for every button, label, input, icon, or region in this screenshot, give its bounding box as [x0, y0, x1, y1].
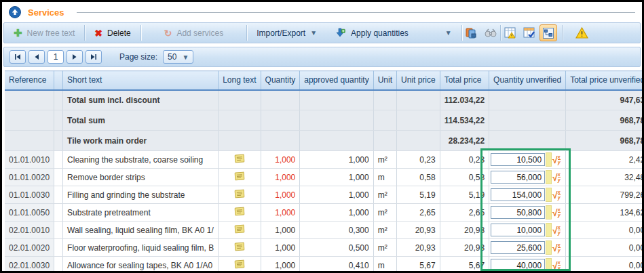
summary-row[interactable]: Total sum114.534,22968,78	[5, 110, 644, 131]
view-grid-check-button[interactable]	[520, 24, 538, 41]
sqrt-xy-icon[interactable]: √xy	[552, 207, 561, 217]
chevron-down-icon[interactable]: ▼	[445, 29, 452, 37]
import-export-button[interactable]: Import/Export ▼	[247, 23, 326, 43]
column-header[interactable]: Unit	[373, 71, 396, 90]
quantity-unverified-input[interactable]	[491, 171, 545, 184]
delete-button[interactable]: ✖ Delete	[85, 23, 140, 43]
unit-price-cell: 5,19	[397, 186, 440, 204]
quantity-unverified-input[interactable]	[491, 224, 545, 236]
services-window: Services ✚ New free text ✖ Delete ↻ Add …	[0, 0, 644, 273]
column-header[interactable]	[54, 71, 63, 90]
column-header[interactable]: Reference	[5, 71, 54, 90]
prev-page-button[interactable]	[29, 50, 45, 64]
apply-quantities-label: Apply quantities	[351, 28, 409, 38]
service-row[interactable]: 02.01.0030Allowance for sealing tapes, B…	[5, 257, 644, 273]
summary-row[interactable]: Total sum incl. discount112.034,22947,63	[5, 90, 644, 110]
next-page-button[interactable]	[67, 50, 83, 64]
quantity-unverified-cell	[489, 131, 566, 151]
note-icon[interactable]	[234, 189, 245, 198]
column-header[interactable]: approved quantity	[300, 71, 373, 90]
apply-quantities-button[interactable]: Apply quantities ▼	[326, 23, 461, 43]
total-price-unverified-cell: 0,00	[566, 239, 644, 257]
copy-structure-button[interactable]	[463, 24, 480, 41]
note-icon[interactable]	[234, 224, 245, 234]
page-size-select[interactable]: 50 ▼	[163, 50, 193, 64]
column-header[interactable]: Unit price	[397, 71, 440, 90]
sqrt-xy-icon[interactable]: √xy	[552, 154, 561, 165]
quantity-unverified-input[interactable]	[491, 188, 545, 201]
spacer-cell	[54, 222, 63, 239]
column-header[interactable]: Total price unverified	[566, 71, 644, 90]
quantity-cell: 1,000	[261, 257, 300, 273]
quantity-unverified-input[interactable]	[491, 206, 545, 219]
reference-cell	[5, 110, 54, 131]
sqrt-xy-icon[interactable]: √xy	[552, 190, 561, 200]
long-text-cell[interactable]	[219, 169, 261, 186]
quantity-cell: 1,000	[261, 186, 300, 204]
unit-cell: m²	[373, 186, 396, 204]
toolbar-separator	[562, 25, 563, 41]
copy-icon	[466, 27, 477, 39]
long-text-cell	[219, 131, 261, 151]
long-text-cell[interactable]	[219, 222, 261, 239]
view-grid-warning-button[interactable]	[501, 24, 519, 41]
total-price-unverified-cell: 968,78	[566, 131, 644, 151]
quantity-unverified-cell: √xy	[489, 222, 566, 239]
approved-quantity-cell: 0,410	[300, 257, 373, 273]
first-page-button[interactable]	[10, 50, 26, 64]
quantity-unverified-group: √xy	[491, 257, 564, 273]
long-text-cell[interactable]	[219, 239, 261, 257]
current-page-field[interactable]: 1	[48, 50, 64, 64]
sqrt-xy-icon[interactable]: √xy	[552, 243, 561, 253]
quantity-unverified-group: √xy	[491, 222, 564, 238]
warnings-button[interactable]	[573, 24, 591, 41]
add-services-button[interactable]: ↻ Add services	[141, 23, 246, 43]
unit-cell	[373, 110, 396, 131]
quantity-unverified-input[interactable]	[491, 259, 545, 272]
quantity-unverified-cell: √xy	[489, 169, 566, 186]
service-row[interactable]: 02.01.0020Floor waterproofing, liquid se…	[5, 239, 644, 257]
summary-label-cell: Total sum	[63, 110, 219, 131]
service-row[interactable]: 01.01.0050Substrate pretreatment 1,0001,…	[5, 204, 644, 222]
long-text-cell[interactable]	[219, 151, 261, 169]
page-title: Services	[28, 7, 64, 18]
column-header[interactable]: Total price	[440, 71, 489, 90]
note-icon[interactable]	[234, 207, 245, 216]
last-page-button[interactable]	[86, 50, 102, 64]
note-icon[interactable]	[234, 171, 245, 181]
note-icon[interactable]	[234, 259, 245, 269]
reference-cell: 01.01.0050	[5, 204, 54, 222]
quantity-unverified-group: √xy	[491, 151, 564, 168]
new-free-text-button[interactable]: ✚ New free text	[4, 23, 84, 43]
spacer-cell	[54, 169, 63, 186]
green-plus-icon: ✚	[14, 27, 22, 39]
service-row[interactable]: 01.01.0020Remove border strips 1,0001,00…	[5, 169, 644, 186]
quantity-cell: 1,000	[261, 204, 300, 222]
long-text-cell	[219, 110, 261, 131]
column-header[interactable]: Short text	[63, 71, 219, 90]
total-price-cell: 0,23	[440, 151, 489, 169]
service-row[interactable]: 01.01.0030Filling and grinding the subst…	[5, 186, 644, 204]
service-row[interactable]: 02.01.0010Wall sealing, liquid sealing f…	[5, 222, 644, 239]
search-button[interactable]	[482, 24, 499, 41]
toolbar-separator	[500, 25, 501, 41]
column-header[interactable]: Quantity	[261, 71, 300, 90]
sqrt-xy-icon[interactable]: √xy	[552, 260, 561, 270]
quantity-cell	[261, 90, 300, 110]
note-icon[interactable]	[234, 242, 245, 251]
summary-row[interactable]: Tile work main order28.234,22968,78	[5, 131, 644, 151]
long-text-cell[interactable]	[219, 257, 261, 273]
view-tree-button[interactable]	[539, 24, 557, 41]
collapse-up-circle-icon[interactable]	[9, 6, 21, 18]
column-header[interactable]: Long text	[219, 71, 261, 90]
total-price-unverified-cell: 2,42	[566, 151, 644, 169]
service-row[interactable]: 01.01.0010Cleaning the substrate, coarse…	[5, 151, 644, 169]
sqrt-xy-icon[interactable]: √xy	[552, 225, 561, 235]
long-text-cell[interactable]	[219, 186, 261, 204]
note-icon[interactable]	[234, 154, 245, 163]
column-header[interactable]: Quantity unverified	[489, 71, 566, 90]
quantity-unverified-input[interactable]	[491, 153, 545, 166]
long-text-cell[interactable]	[219, 204, 261, 222]
sqrt-xy-icon[interactable]: √xy	[552, 172, 561, 182]
quantity-unverified-input[interactable]	[491, 241, 545, 254]
